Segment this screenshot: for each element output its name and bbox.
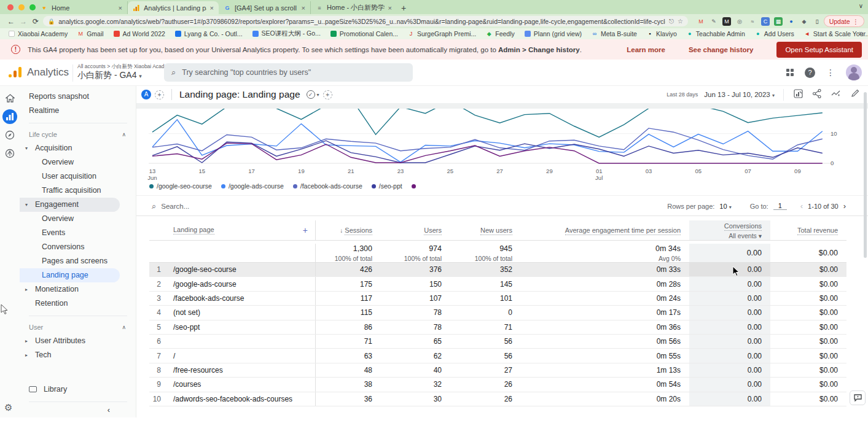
legend-item[interactable]: /google-ads-course xyxy=(221,182,284,190)
browser-tab-ga4-scroll[interactable]: G [GA4] Set up a scroll conversi × xyxy=(219,1,311,14)
bookmark-star-icon[interactable]: ☆ xyxy=(678,18,683,25)
report-status[interactable]: ✓ ▾ xyxy=(307,90,319,99)
next-page-chevron[interactable]: › xyxy=(843,201,846,211)
table-row[interactable]: 10/adwords-seo-facebook-ads-courses36302… xyxy=(149,392,846,406)
table-row[interactable]: 5/seo-ppt8678710m 36s0.00$0.00 xyxy=(149,320,846,335)
extension-icon[interactable]: ● xyxy=(787,17,796,26)
column-header-landing-page[interactable]: Landing page+ xyxy=(165,220,315,240)
add-report-button[interactable]: + xyxy=(323,90,332,99)
home-icon[interactable] xyxy=(2,91,17,106)
sidebar-item-reports-snapshot[interactable]: Reports snapshot xyxy=(20,90,136,104)
sidebar-section-user[interactable]: User∧ xyxy=(20,321,136,334)
extension-icon[interactable]: ▦ xyxy=(774,17,783,26)
table-row[interactable]: 9/courses3832260m 54s0.00$0.00 xyxy=(149,378,846,392)
extension-icon[interactable]: M xyxy=(697,17,705,26)
collapse-sidebar-chevron[interactable]: ‹ xyxy=(108,405,110,414)
report-badge[interactable]: A xyxy=(141,90,151,99)
chevron-collapsed-icon[interactable]: ▸ xyxy=(25,282,28,297)
sidebar-item-retention[interactable]: Retention xyxy=(20,297,136,311)
extension-icon[interactable]: ▯ xyxy=(813,17,821,26)
bookmark-item[interactable]: Xiaobai Academy xyxy=(9,30,68,37)
bookmark-item[interactable]: ●Teachable Admin xyxy=(687,30,745,37)
sidebar-item-landing-page[interactable]: Landing page xyxy=(20,268,120,282)
table-row[interactable]: 4(not set)1157800m 17s0.00$0.00 xyxy=(149,306,846,320)
column-header-sessions[interactable]: ↓Sessions xyxy=(315,220,381,240)
previous-page-chevron[interactable]: ‹ xyxy=(800,201,803,211)
table-row[interactable]: 2/google-ads-course1751501450m 28s0.00$0… xyxy=(149,277,846,291)
legend-item[interactable]: /seo-ppt xyxy=(372,182,402,190)
property-selector[interactable]: 小白新势 - GA4 ▾ xyxy=(77,70,142,81)
edit-report-icon[interactable] xyxy=(851,89,859,100)
chevron-expanded-icon[interactable]: ▾ xyxy=(25,198,28,212)
bookmark-item[interactable]: ●Add Users xyxy=(755,30,794,37)
avatar[interactable] xyxy=(846,64,862,80)
table-row[interactable]: 3/facebook-ads-course1171071010m 24s0.00… xyxy=(149,292,846,306)
conversions-event-filter[interactable]: All events ▾ xyxy=(729,232,762,239)
window-minimize-button[interactable] xyxy=(18,4,25,10)
address-bar[interactable]: 🔒 analytics.google.com/analytics/web/?au… xyxy=(43,16,688,26)
extension-icon[interactable]: ◆ xyxy=(800,17,808,26)
bookmark-item[interactable]: Plann (grid view) xyxy=(525,30,582,37)
table-search[interactable]: ⌕ Search... xyxy=(152,201,189,211)
sidebar-item-library[interactable]: Library xyxy=(20,382,136,397)
reports-icon[interactable] xyxy=(2,109,17,124)
go-to-page-input[interactable]: 1 xyxy=(773,202,787,210)
table-row[interactable]: 8/free-resources4840271m 13s0.00$0.00 xyxy=(149,363,846,378)
tab-close-icon[interactable]: × xyxy=(210,4,214,12)
column-header-new-users[interactable]: New users xyxy=(450,220,521,240)
chevron-expanded-icon[interactable]: ▾ xyxy=(25,141,28,155)
table-row[interactable]: 1/google-seo-course4263763520m 33s0.00$0… xyxy=(149,263,846,277)
column-header-conversions[interactable]: ConversionsAll events ▾ xyxy=(689,220,770,240)
extension-icon[interactable]: ◎ xyxy=(735,17,744,26)
customize-report-icon[interactable] xyxy=(794,89,803,101)
bookmark-item[interactable]: Ad World 2022 xyxy=(114,30,165,37)
browser-tab-home[interactable]: ♥ Home × xyxy=(36,1,128,14)
bookmark-item[interactable]: MGmail xyxy=(77,30,103,37)
share-report-icon[interactable] xyxy=(813,89,821,101)
advertising-icon[interactable] xyxy=(2,146,17,161)
add-comparison-button[interactable]: + xyxy=(155,90,164,99)
extension-icon[interactable]: ≈ xyxy=(748,17,757,26)
sidebar-item-user-acquisition[interactable]: User acquisition xyxy=(20,169,136,184)
window-close-button[interactable] xyxy=(7,4,14,10)
sidebar-item-monetization[interactable]: ▸Monetization xyxy=(20,282,136,297)
extension-icon[interactable]: C xyxy=(761,17,770,26)
open-setup-assistant-button[interactable]: Open Setup Assistant xyxy=(776,42,862,58)
sidebar-item-user-attributes[interactable]: ▸User Attributes xyxy=(20,334,136,348)
sidebar-item-conversions[interactable]: Conversions xyxy=(20,240,136,254)
chevron-collapsed-icon[interactable]: ▸ xyxy=(25,348,28,362)
rows-per-page-select[interactable]: 10 ▾ xyxy=(719,203,731,210)
tab-close-icon[interactable]: × xyxy=(302,4,305,12)
explore-icon[interactable] xyxy=(2,128,17,142)
extension-icon[interactable]: ✎ xyxy=(710,17,718,26)
bookmark-item[interactable]: SEO课程大纲 - Go... xyxy=(252,29,321,38)
google-apps-icon[interactable] xyxy=(786,69,794,76)
search-bar[interactable]: ⌕ Try searching "top countries by users" xyxy=(164,63,413,82)
vertical-scrollbar[interactable] xyxy=(864,92,867,258)
bookmark-item[interactable]: ◆Feedly xyxy=(486,30,515,37)
sidebar-item-acquisition[interactable]: ▾Acquisition xyxy=(20,141,136,155)
bookmark-item[interactable]: Lyang & Co. - Outl... xyxy=(175,30,243,37)
legend-item[interactable]: /google-seo-course xyxy=(149,182,212,190)
back-button[interactable]: ← xyxy=(5,17,17,26)
extension-icon[interactable]: M xyxy=(722,17,731,26)
admin-gear-icon[interactable]: ⚙ xyxy=(4,402,12,413)
insights-icon[interactable] xyxy=(831,89,841,100)
sidebar-section-life-cycle[interactable]: Life cycle∧ xyxy=(20,128,136,141)
sidebar-item-overview[interactable]: Overview xyxy=(20,155,136,169)
reload-button[interactable]: ⟳ xyxy=(29,17,42,26)
share-icon[interactable]: ⎋ xyxy=(669,18,674,25)
tab-close-icon[interactable]: × xyxy=(119,4,122,12)
table-row[interactable]: 67165560m 56s0.00$0.00 xyxy=(149,335,846,349)
feedback-button[interactable] xyxy=(850,390,866,405)
tab-close-icon[interactable]: × xyxy=(388,4,392,12)
chrome-update-button[interactable]: Update ⋮ xyxy=(824,15,864,27)
help-icon[interactable]: ? xyxy=(805,68,815,78)
bookmark-item[interactable]: ▪Klaviyo xyxy=(647,30,677,37)
add-dimension-icon[interactable]: + xyxy=(303,225,308,235)
date-range-picker[interactable]: Jun 13 - Jul 10, 2023 ▾ xyxy=(704,91,775,98)
legend-item[interactable] xyxy=(412,184,416,188)
window-zoom-button[interactable] xyxy=(29,4,36,10)
sidebar-item-engagement[interactable]: ▾Engagement xyxy=(20,198,120,212)
browser-tab-xiaobai-home[interactable]: ≡ Home - 小白新势学院 × xyxy=(311,1,397,14)
